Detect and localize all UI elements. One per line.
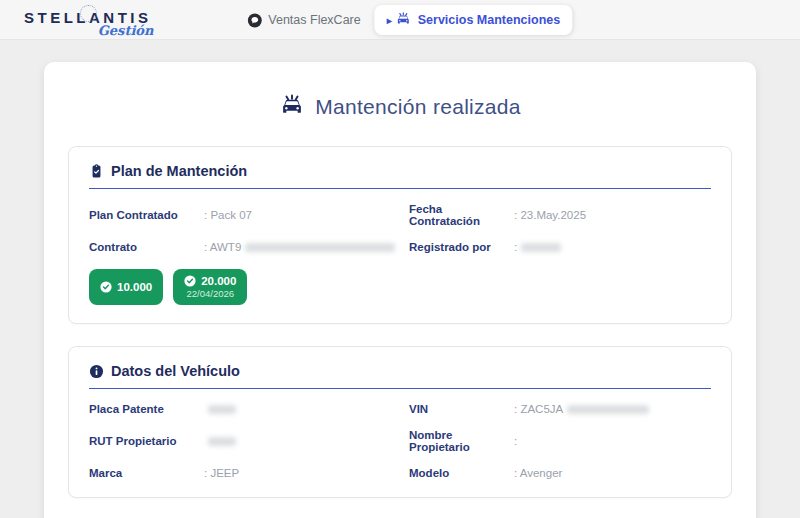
badge-amount: 10.000: [117, 281, 152, 293]
redacted-value: [245, 243, 395, 252]
clipboard-check-icon: [89, 164, 104, 179]
field-value: : Avenger: [514, 467, 711, 479]
stellantis-logo: STELLANTIS Gestión: [24, 10, 152, 26]
field-value: :: [514, 241, 711, 253]
field-label: Registrado por: [409, 241, 514, 253]
mileage-badge-20000[interactable]: 20.000 22/04/2026: [173, 269, 247, 305]
field-value: : JEEP: [204, 467, 409, 479]
field-value: [204, 435, 409, 447]
chat-badge-icon: [247, 13, 262, 28]
check-circle-icon: [184, 275, 196, 287]
content-card: Mantención realizada Plan de Mantención …: [44, 62, 756, 518]
field-value: [204, 403, 409, 415]
field-label: Fecha Contratación: [409, 203, 514, 227]
redacted-value: [208, 405, 236, 414]
check-circle-icon: [100, 281, 112, 293]
car-alert-icon: [279, 94, 305, 120]
field-label: Marca: [89, 467, 204, 479]
vehicle-section: Datos del Vehículo Placa Patente VIN : Z…: [68, 346, 732, 498]
plan-section: Plan de Mantención Plan Contratado : Pac…: [68, 146, 732, 324]
main-nav: Ventas FlexCare ▸ Servicios Mantenciones: [247, 0, 572, 40]
payment-badges: 10.000 20.000 22/04/2026: [89, 269, 711, 305]
caret-right-icon: ▸: [387, 15, 392, 26]
field-label: Contrato: [89, 241, 204, 253]
vehicle-fields: Placa Patente VIN : ZAC5JA RUT Propietar…: [89, 403, 711, 479]
field-label: VIN: [409, 403, 514, 415]
section-title: Datos del Vehículo: [111, 363, 240, 379]
redacted-value: [208, 437, 236, 446]
vehicle-section-header: Datos del Vehículo: [89, 363, 711, 389]
nav-item-label: Servicios Mantenciones: [418, 13, 560, 27]
field-value: :: [514, 435, 711, 447]
page-title-text: Mantención realizada: [315, 95, 521, 119]
plan-section-header: Plan de Mantención: [89, 163, 711, 189]
plan-fields: Plan Contratado : Pack 07 Fecha Contrata…: [89, 203, 711, 253]
field-value: : 23.May.2025: [514, 209, 711, 221]
field-label: Modelo: [409, 467, 514, 479]
field-label: RUT Propietario: [89, 435, 204, 447]
field-label: Placa Patente: [89, 403, 204, 415]
sunburst-icon: [80, 5, 97, 22]
brand-sub: Gestión: [98, 24, 154, 37]
field-label: Plan Contratado: [89, 209, 204, 221]
field-value: : ZAC5JA: [514, 403, 711, 415]
nav-item-label: Ventas FlexCare: [268, 13, 360, 27]
redacted-value: [521, 243, 561, 252]
car-alert-icon: [396, 12, 412, 28]
field-value: : AWT9: [204, 241, 409, 253]
nav-item-ventas-flexcare[interactable]: Ventas FlexCare: [247, 13, 360, 28]
badge-date: 22/04/2026: [187, 288, 235, 299]
field-label: Nombre Propietario: [409, 429, 514, 453]
section-title: Plan de Mantención: [111, 163, 247, 179]
page-title: Mantención realizada: [68, 94, 732, 120]
field-value: : Pack 07: [204, 209, 409, 221]
info-icon: [89, 364, 104, 379]
redacted-value: [567, 405, 649, 414]
mileage-badge-10000[interactable]: 10.000: [89, 269, 163, 305]
nav-item-servicios-mantenciones[interactable]: ▸ Servicios Mantenciones: [375, 5, 572, 35]
badge-amount: 20.000: [201, 275, 236, 287]
top-navbar: STELLANTIS Gestión Ventas FlexCare ▸: [0, 0, 800, 40]
